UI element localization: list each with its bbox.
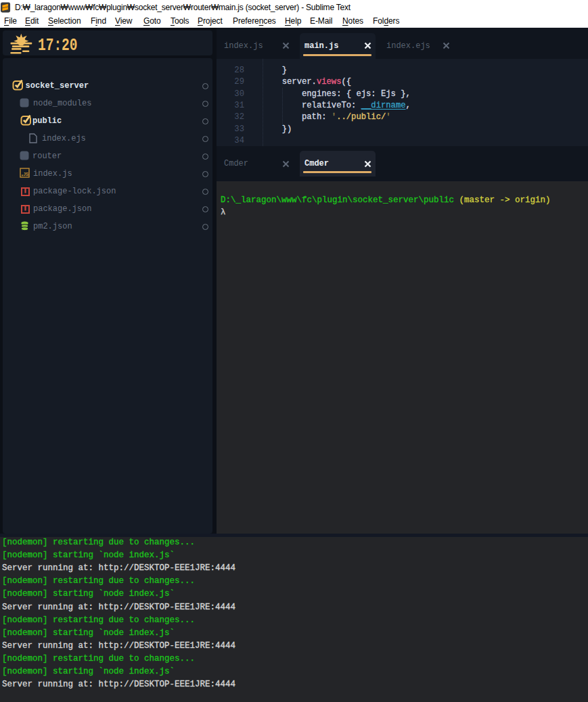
svg-text:JS: JS — [24, 172, 30, 177]
